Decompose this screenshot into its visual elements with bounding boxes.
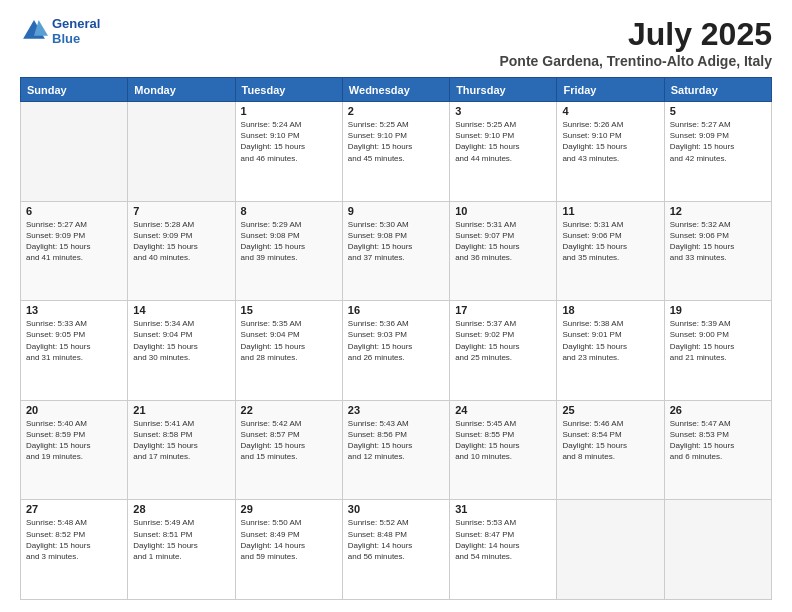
table-row: 25Sunrise: 5:46 AM Sunset: 8:54 PM Dayli… (557, 400, 664, 500)
day-info: Sunrise: 5:36 AM Sunset: 9:03 PM Dayligh… (348, 318, 444, 363)
day-info: Sunrise: 5:24 AM Sunset: 9:10 PM Dayligh… (241, 119, 337, 164)
logo: General Blue (20, 16, 100, 46)
day-info: Sunrise: 5:45 AM Sunset: 8:55 PM Dayligh… (455, 418, 551, 463)
day-number: 14 (133, 304, 229, 316)
day-info: Sunrise: 5:28 AM Sunset: 9:09 PM Dayligh… (133, 219, 229, 264)
day-info: Sunrise: 5:43 AM Sunset: 8:56 PM Dayligh… (348, 418, 444, 463)
table-row: 2Sunrise: 5:25 AM Sunset: 9:10 PM Daylig… (342, 102, 449, 202)
table-row: 29Sunrise: 5:50 AM Sunset: 8:49 PM Dayli… (235, 500, 342, 600)
table-row: 1Sunrise: 5:24 AM Sunset: 9:10 PM Daylig… (235, 102, 342, 202)
col-tuesday: Tuesday (235, 78, 342, 102)
month-title: July 2025 (499, 16, 772, 53)
day-info: Sunrise: 5:50 AM Sunset: 8:49 PM Dayligh… (241, 517, 337, 562)
day-info: Sunrise: 5:53 AM Sunset: 8:47 PM Dayligh… (455, 517, 551, 562)
day-number: 31 (455, 503, 551, 515)
calendar-week-row: 20Sunrise: 5:40 AM Sunset: 8:59 PM Dayli… (21, 400, 772, 500)
day-info: Sunrise: 5:52 AM Sunset: 8:48 PM Dayligh… (348, 517, 444, 562)
day-info: Sunrise: 5:27 AM Sunset: 9:09 PM Dayligh… (670, 119, 766, 164)
table-row: 15Sunrise: 5:35 AM Sunset: 9:04 PM Dayli… (235, 301, 342, 401)
location-title: Ponte Gardena, Trentino-Alto Adige, Ital… (499, 53, 772, 69)
day-number: 7 (133, 205, 229, 217)
table-row: 16Sunrise: 5:36 AM Sunset: 9:03 PM Dayli… (342, 301, 449, 401)
day-info: Sunrise: 5:34 AM Sunset: 9:04 PM Dayligh… (133, 318, 229, 363)
table-row: 28Sunrise: 5:49 AM Sunset: 8:51 PM Dayli… (128, 500, 235, 600)
day-number: 27 (26, 503, 122, 515)
day-info: Sunrise: 5:42 AM Sunset: 8:57 PM Dayligh… (241, 418, 337, 463)
page: General Blue July 2025 Ponte Gardena, Tr… (0, 0, 792, 612)
table-row: 12Sunrise: 5:32 AM Sunset: 9:06 PM Dayli… (664, 201, 771, 301)
table-row: 17Sunrise: 5:37 AM Sunset: 9:02 PM Dayli… (450, 301, 557, 401)
calendar-week-row: 1Sunrise: 5:24 AM Sunset: 9:10 PM Daylig… (21, 102, 772, 202)
day-number: 18 (562, 304, 658, 316)
table-row: 23Sunrise: 5:43 AM Sunset: 8:56 PM Dayli… (342, 400, 449, 500)
table-row: 22Sunrise: 5:42 AM Sunset: 8:57 PM Dayli… (235, 400, 342, 500)
day-number: 26 (670, 404, 766, 416)
table-row: 5Sunrise: 5:27 AM Sunset: 9:09 PM Daylig… (664, 102, 771, 202)
header: General Blue July 2025 Ponte Gardena, Tr… (20, 16, 772, 69)
day-number: 21 (133, 404, 229, 416)
day-number: 12 (670, 205, 766, 217)
day-number: 22 (241, 404, 337, 416)
day-info: Sunrise: 5:32 AM Sunset: 9:06 PM Dayligh… (670, 219, 766, 264)
col-wednesday: Wednesday (342, 78, 449, 102)
col-monday: Monday (128, 78, 235, 102)
table-row: 7Sunrise: 5:28 AM Sunset: 9:09 PM Daylig… (128, 201, 235, 301)
table-row (557, 500, 664, 600)
title-block: July 2025 Ponte Gardena, Trentino-Alto A… (499, 16, 772, 69)
day-info: Sunrise: 5:49 AM Sunset: 8:51 PM Dayligh… (133, 517, 229, 562)
table-row: 21Sunrise: 5:41 AM Sunset: 8:58 PM Dayli… (128, 400, 235, 500)
day-info: Sunrise: 5:27 AM Sunset: 9:09 PM Dayligh… (26, 219, 122, 264)
day-number: 1 (241, 105, 337, 117)
day-number: 25 (562, 404, 658, 416)
day-info: Sunrise: 5:25 AM Sunset: 9:10 PM Dayligh… (348, 119, 444, 164)
day-number: 4 (562, 105, 658, 117)
day-info: Sunrise: 5:30 AM Sunset: 9:08 PM Dayligh… (348, 219, 444, 264)
table-row: 14Sunrise: 5:34 AM Sunset: 9:04 PM Dayli… (128, 301, 235, 401)
day-info: Sunrise: 5:31 AM Sunset: 9:06 PM Dayligh… (562, 219, 658, 264)
table-row: 8Sunrise: 5:29 AM Sunset: 9:08 PM Daylig… (235, 201, 342, 301)
table-row: 4Sunrise: 5:26 AM Sunset: 9:10 PM Daylig… (557, 102, 664, 202)
table-row (664, 500, 771, 600)
calendar-header-row: Sunday Monday Tuesday Wednesday Thursday… (21, 78, 772, 102)
table-row: 31Sunrise: 5:53 AM Sunset: 8:47 PM Dayli… (450, 500, 557, 600)
day-info: Sunrise: 5:26 AM Sunset: 9:10 PM Dayligh… (562, 119, 658, 164)
day-info: Sunrise: 5:41 AM Sunset: 8:58 PM Dayligh… (133, 418, 229, 463)
day-info: Sunrise: 5:46 AM Sunset: 8:54 PM Dayligh… (562, 418, 658, 463)
day-number: 6 (26, 205, 122, 217)
day-info: Sunrise: 5:38 AM Sunset: 9:01 PM Dayligh… (562, 318, 658, 363)
table-row: 18Sunrise: 5:38 AM Sunset: 9:01 PM Dayli… (557, 301, 664, 401)
day-number: 3 (455, 105, 551, 117)
day-number: 8 (241, 205, 337, 217)
day-number: 11 (562, 205, 658, 217)
table-row: 30Sunrise: 5:52 AM Sunset: 8:48 PM Dayli… (342, 500, 449, 600)
day-info: Sunrise: 5:37 AM Sunset: 9:02 PM Dayligh… (455, 318, 551, 363)
table-row (21, 102, 128, 202)
calendar-week-row: 27Sunrise: 5:48 AM Sunset: 8:52 PM Dayli… (21, 500, 772, 600)
day-number: 24 (455, 404, 551, 416)
day-info: Sunrise: 5:35 AM Sunset: 9:04 PM Dayligh… (241, 318, 337, 363)
table-row: 11Sunrise: 5:31 AM Sunset: 9:06 PM Dayli… (557, 201, 664, 301)
col-friday: Friday (557, 78, 664, 102)
day-number: 28 (133, 503, 229, 515)
day-info: Sunrise: 5:39 AM Sunset: 9:00 PM Dayligh… (670, 318, 766, 363)
day-number: 5 (670, 105, 766, 117)
col-thursday: Thursday (450, 78, 557, 102)
day-number: 10 (455, 205, 551, 217)
table-row (128, 102, 235, 202)
table-row: 19Sunrise: 5:39 AM Sunset: 9:00 PM Dayli… (664, 301, 771, 401)
table-row: 27Sunrise: 5:48 AM Sunset: 8:52 PM Dayli… (21, 500, 128, 600)
day-number: 16 (348, 304, 444, 316)
day-number: 19 (670, 304, 766, 316)
table-row: 13Sunrise: 5:33 AM Sunset: 9:05 PM Dayli… (21, 301, 128, 401)
table-row: 10Sunrise: 5:31 AM Sunset: 9:07 PM Dayli… (450, 201, 557, 301)
calendar-week-row: 13Sunrise: 5:33 AM Sunset: 9:05 PM Dayli… (21, 301, 772, 401)
day-info: Sunrise: 5:33 AM Sunset: 9:05 PM Dayligh… (26, 318, 122, 363)
day-number: 30 (348, 503, 444, 515)
day-number: 13 (26, 304, 122, 316)
table-row: 9Sunrise: 5:30 AM Sunset: 9:08 PM Daylig… (342, 201, 449, 301)
table-row: 26Sunrise: 5:47 AM Sunset: 8:53 PM Dayli… (664, 400, 771, 500)
day-number: 23 (348, 404, 444, 416)
day-info: Sunrise: 5:40 AM Sunset: 8:59 PM Dayligh… (26, 418, 122, 463)
day-number: 9 (348, 205, 444, 217)
day-number: 2 (348, 105, 444, 117)
